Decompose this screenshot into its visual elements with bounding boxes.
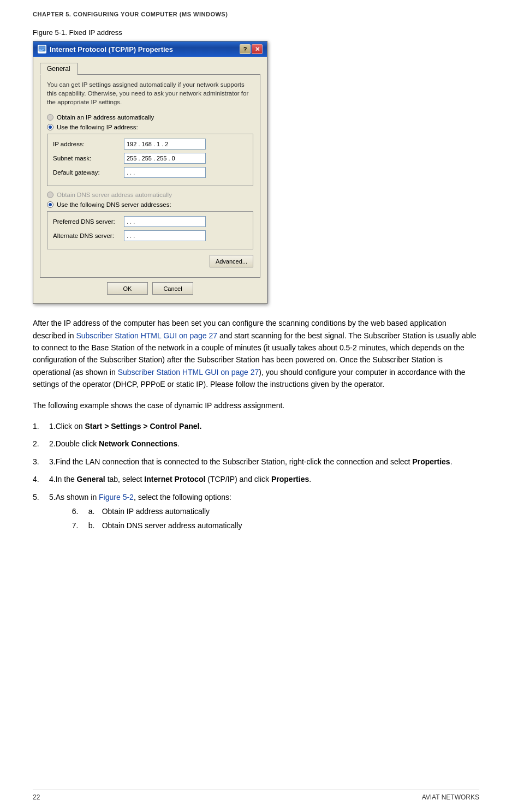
tcp-ip-dialog: Internet Protocol (TCP/IP) Properties ? … [33, 41, 267, 304]
step-5-number: 5. [49, 491, 56, 534]
page-footer: 22 AVIAT NETWORKS [33, 790, 479, 801]
step-5: 5. As shown in Figure 5-2, select the fo… [33, 491, 479, 534]
alternate-dns-value: . . . [127, 232, 135, 239]
step-4-text: In the General tab, select Internet Prot… [56, 473, 311, 485]
dns-use-following-radio[interactable] [47, 201, 53, 208]
step-5b-text: Obtain DNS server address automatically [102, 520, 242, 532]
obtain-auto-radio-row: Obtain an IP address automatically [47, 114, 253, 121]
step-3-text: Find the LAN connection that is connecte… [56, 456, 453, 468]
page-container: CHAPTER 5. CONFIGURING YOUR COMPUTER (MS… [0, 0, 512, 812]
titlebar-buttons: ? ✕ [240, 44, 263, 54]
step-5-content: As shown in Figure 5-2, select the follo… [56, 491, 242, 534]
step-3: 3. Find the LAN connection that is conne… [33, 456, 479, 468]
dialog-body: General You can get IP settings assigned… [33, 57, 267, 303]
subnet-mask-row: Subnet mask: 255 . 255 . 255 . 0 [53, 153, 247, 164]
step-4-bold-protocol: Internet Protocol [144, 475, 205, 483]
dialog-title: Internet Protocol (TCP/IP) Properties [50, 45, 173, 53]
page-number: 22 [33, 793, 40, 801]
step-5a: a. Obtain IP address automatically [72, 505, 242, 517]
company-name: AVIAT NETWORKS [422, 793, 479, 801]
obtain-auto-radio[interactable] [47, 114, 53, 121]
dns-fields-group: Preferred DNS server: . . . Alternate DN… [47, 211, 253, 249]
step-4-bold-properties: Properties [271, 475, 309, 483]
cancel-button[interactable]: Cancel [152, 282, 193, 295]
default-gateway-value: . . . [127, 169, 135, 176]
svg-rect-1 [39, 46, 45, 49]
advanced-button[interactable]: Advanced... [210, 255, 253, 267]
titlebar-left: Internet Protocol (TCP/IP) Properties [38, 45, 173, 53]
figure-title: Fixed IP address [67, 28, 122, 37]
step-1: 1. Click on Start > Settings > Control P… [33, 420, 479, 432]
main-paragraph-1: After the IP address of the computer has… [33, 317, 479, 390]
tab-row: General [40, 62, 260, 74]
step-2-text: Double click Network Connections. [56, 438, 180, 450]
obtain-auto-label: Obtain an IP address automatically [57, 114, 154, 121]
step-1-number: 1. [49, 420, 56, 432]
dialog-titlebar: Internet Protocol (TCP/IP) Properties ? … [33, 41, 267, 57]
step-5b-label: b. [88, 520, 102, 532]
alternate-dns-input[interactable]: . . . [124, 230, 206, 241]
default-gateway-input[interactable]: . . . [124, 167, 206, 178]
step-5a-label: a. [88, 505, 102, 517]
svg-rect-4 [39, 50, 43, 51]
default-gateway-label: Default gateway: [53, 169, 124, 176]
step-5a-text: Obtain IP address automatically [102, 505, 210, 517]
alternate-dns-row: Alternate DNS server: . . . [53, 230, 247, 241]
general-tab[interactable]: General [40, 63, 78, 75]
dns-use-following-row: Use the following DNS server addresses: [47, 201, 253, 208]
help-button[interactable]: ? [240, 44, 251, 54]
close-button[interactable]: ✕ [252, 44, 263, 54]
steps-list: 1. Click on Start > Settings > Control P… [33, 420, 479, 534]
link-subscriber-station-1[interactable]: Subscriber Station HTML GUI on page 27 [76, 331, 217, 340]
dns-obtain-auto-radio[interactable] [47, 192, 53, 198]
step-4: 4. In the General tab, select Internet P… [33, 473, 479, 485]
link-subscriber-station-2[interactable]: Subscriber Station HTML GUI on page 27 [118, 368, 259, 377]
step-5-sublist: a. Obtain IP address automatically b. Ob… [56, 505, 242, 532]
dialog-icon [38, 45, 46, 53]
para2-text: The following example shows the case of … [33, 401, 284, 410]
step-2: 2. Double click Network Connections. [33, 438, 479, 450]
step-2-bold: Network Connections [99, 439, 177, 448]
use-following-radio-row: Use the following IP address: [47, 124, 253, 130]
preferred-dns-label: Preferred DNS server: [53, 218, 124, 225]
svg-rect-2 [39, 49, 41, 50]
dialog-inner: You can get IP settings assigned automat… [40, 74, 260, 278]
preferred-dns-input[interactable]: . . . [124, 216, 206, 227]
subnet-mask-input[interactable]: 255 . 255 . 255 . 0 [124, 153, 206, 164]
step-2-number: 2. [49, 438, 56, 450]
link-figure-5-2[interactable]: Figure 5-2 [99, 493, 134, 501]
advanced-row: Advanced... [47, 255, 253, 267]
step-1-text: Click on Start > Settings > Control Pane… [56, 420, 202, 432]
subnet-mask-value: 255 . 255 . 255 . 0 [127, 155, 175, 162]
step-4-number: 4. [49, 473, 56, 485]
svg-rect-3 [42, 49, 44, 50]
default-gateway-row: Default gateway: . . . [53, 167, 247, 178]
step-3-number: 3. [49, 456, 56, 468]
subnet-mask-label: Subnet mask: [53, 155, 124, 162]
ok-button[interactable]: OK [107, 282, 148, 295]
chapter-header: CHAPTER 5. CONFIGURING YOUR COMPUTER (MS… [33, 11, 479, 17]
preferred-dns-row: Preferred DNS server: . . . [53, 216, 247, 227]
dialog-info-text: You can get IP settings assigned automat… [47, 80, 253, 106]
dns-obtain-auto-label: Obtain DNS server address automatically [57, 192, 172, 198]
ip-address-label: IP address: [53, 141, 124, 147]
step-1-bold: Start > Settings > Control Panel. [85, 422, 201, 431]
step-5-text: As shown in Figure 5-2, select the follo… [56, 493, 231, 501]
ip-fields-group: IP address: 192 . 168 . 1 . 2 Subnet mas… [47, 134, 253, 186]
figure-label: Figure 5-1. [33, 28, 67, 37]
step-5b: b. Obtain DNS server address automatical… [72, 520, 242, 532]
dialog-bottom-buttons: OK Cancel [40, 278, 260, 297]
use-following-label: Use the following IP address: [57, 124, 138, 130]
dns-obtain-auto-row: Obtain DNS server address automatically [47, 192, 253, 198]
preferred-dns-value: . . . [127, 218, 135, 225]
ip-address-input[interactable]: 192 . 168 . 1 . 2 [124, 139, 206, 150]
ip-address-value: 192 . 168 . 1 . 2 [127, 141, 168, 147]
step-3-bold: Properties [412, 457, 450, 466]
use-following-radio[interactable] [47, 124, 53, 130]
alternate-dns-label: Alternate DNS server: [53, 232, 124, 239]
step-4-bold-general: General [77, 475, 105, 483]
ip-address-row: IP address: 192 . 168 . 1 . 2 [53, 139, 247, 150]
main-paragraph-2: The following example shows the case of … [33, 399, 479, 411]
figure-caption: Figure 5-1. Fixed IP address [33, 28, 479, 37]
dns-use-following-label: Use the following DNS server addresses: [57, 201, 171, 208]
